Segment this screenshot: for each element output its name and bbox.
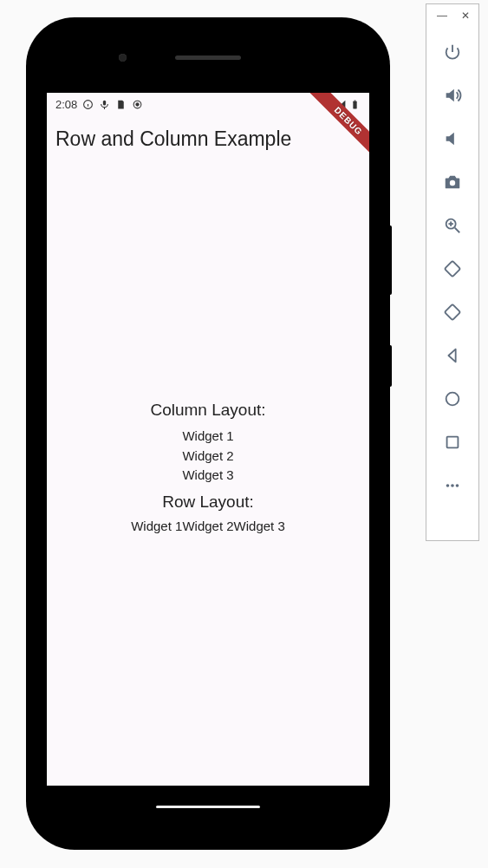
info-icon	[82, 99, 94, 110]
svg-rect-14	[445, 261, 460, 277]
home-indicator	[156, 806, 260, 808]
svg-point-18	[446, 484, 450, 487]
rotate-right-button[interactable]	[435, 290, 470, 334]
home-button[interactable]	[435, 377, 470, 421]
zoom-button[interactable]	[435, 204, 470, 247]
column-layout: Widget 1 Widget 2 Widget 3	[182, 427, 233, 486]
row-layout-title: Row Layout:	[162, 493, 254, 512]
device-frame: 2:08 DEBUG Row and Column Example	[26, 17, 390, 850]
battery-icon	[349, 99, 361, 110]
svg-point-6	[136, 102, 139, 105]
column-item: Widget 3	[182, 466, 233, 486]
emulator-toolbar: — ✕	[426, 3, 479, 541]
column-item: Widget 2	[182, 447, 233, 467]
row-item: Widget 1	[131, 519, 182, 533]
svg-rect-3	[103, 100, 106, 105]
circle-icon	[132, 99, 143, 110]
device-frame-inner: 2:08 DEBUG Row and Column Example	[36, 28, 380, 839]
row-layout: Widget 1 Widget 2 Widget 3	[131, 519, 285, 533]
svg-line-11	[455, 228, 460, 233]
status-bar-left: 2:08	[55, 98, 143, 111]
svg-rect-8	[354, 100, 355, 101]
column-layout-title: Column Layout:	[150, 401, 265, 420]
svg-rect-7	[353, 101, 356, 108]
row-item: Widget 3	[234, 519, 285, 533]
volume-up-button[interactable]	[435, 74, 470, 117]
svg-rect-17	[447, 437, 459, 448]
power-button[interactable]	[435, 30, 470, 74]
phone-speaker	[175, 55, 241, 60]
phone-camera	[119, 54, 127, 62]
rotate-left-button[interactable]	[435, 247, 470, 290]
device-screen: 2:08 DEBUG Row and Column Example	[47, 93, 369, 786]
sd-card-icon	[115, 99, 127, 110]
more-button[interactable]	[435, 464, 470, 507]
close-button[interactable]: ✕	[461, 10, 470, 22]
back-button[interactable]	[435, 334, 470, 377]
status-time: 2:08	[55, 98, 77, 111]
screenshot-button[interactable]	[435, 160, 470, 204]
svg-point-9	[450, 180, 455, 186]
svg-point-19	[451, 484, 454, 487]
column-item: Widget 1	[182, 427, 233, 447]
svg-rect-15	[445, 304, 460, 320]
svg-point-20	[456, 484, 459, 487]
mic-icon	[99, 99, 110, 110]
volume-down-button[interactable]	[435, 117, 470, 160]
minimize-button[interactable]: —	[437, 10, 447, 22]
row-item: Widget 2	[182, 519, 233, 533]
app-body: Column Layout: Widget 1 Widget 2 Widget …	[47, 145, 369, 786]
svg-point-16	[446, 393, 459, 406]
window-controls: — ✕	[426, 6, 478, 30]
overview-button[interactable]	[435, 421, 470, 464]
